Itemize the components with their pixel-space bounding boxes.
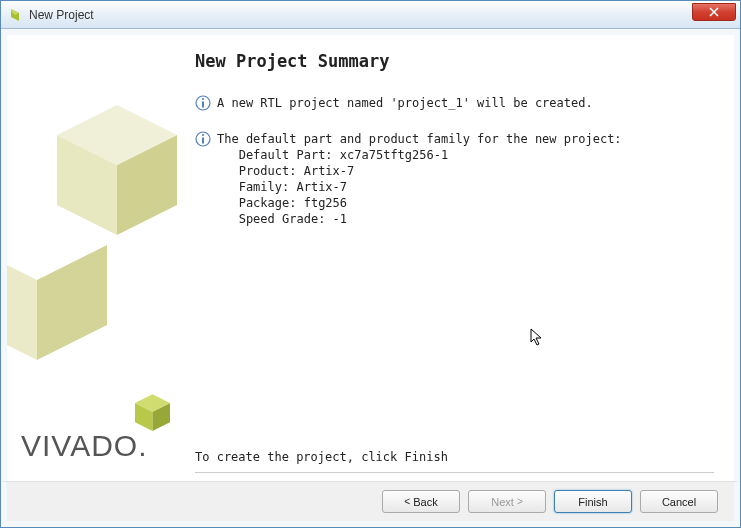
back-label: Back xyxy=(413,496,437,508)
sidebar-graphic xyxy=(7,35,187,475)
cancel-label: Cancel xyxy=(662,496,696,508)
info-row-2: The default part and product family for … xyxy=(195,131,714,227)
divider xyxy=(195,472,714,473)
main-panel: New Project Summary A new RTL project na… xyxy=(187,35,734,481)
dialog-window: New Project xyxy=(0,0,741,528)
info-icon xyxy=(195,131,211,147)
page-title: New Project Summary xyxy=(195,51,714,71)
next-label: Next xyxy=(491,496,514,508)
app-icon xyxy=(7,7,23,23)
svg-marker-6 xyxy=(37,245,107,360)
svg-rect-11 xyxy=(202,102,204,108)
close-button[interactable] xyxy=(692,3,736,21)
svg-rect-14 xyxy=(202,138,204,144)
next-button: Next > xyxy=(468,490,546,513)
spacer xyxy=(195,247,714,442)
footer-hint: To create the project, click Finish xyxy=(195,450,714,464)
svg-marker-5 xyxy=(7,245,37,360)
finish-button[interactable]: Finish xyxy=(554,490,632,513)
info-text-1: A new RTL project named 'project_1' will… xyxy=(217,95,593,111)
chevron-right-icon: > xyxy=(517,496,523,507)
cancel-button[interactable]: Cancel xyxy=(640,490,718,513)
close-icon xyxy=(709,7,719,17)
info-row-1: A new RTL project named 'project_1' will… xyxy=(195,95,714,111)
finish-label: Finish xyxy=(578,496,607,508)
svg-point-15 xyxy=(202,134,204,136)
brand-text: VIVADO. xyxy=(21,429,147,463)
titlebar: New Project xyxy=(1,1,740,29)
info-icon xyxy=(195,95,211,111)
titlebar-text: New Project xyxy=(29,8,94,22)
sidebar: VIVADO. xyxy=(7,35,187,481)
chevron-left-icon: < xyxy=(404,496,410,507)
content-area: VIVADO. New Project Summary A new RTL pr… xyxy=(1,29,740,481)
info-text-2: The default part and product family for … xyxy=(217,131,622,227)
button-bar: < Back Next > Finish Cancel xyxy=(1,481,740,527)
svg-point-12 xyxy=(202,98,204,100)
back-button[interactable]: < Back xyxy=(382,490,460,513)
